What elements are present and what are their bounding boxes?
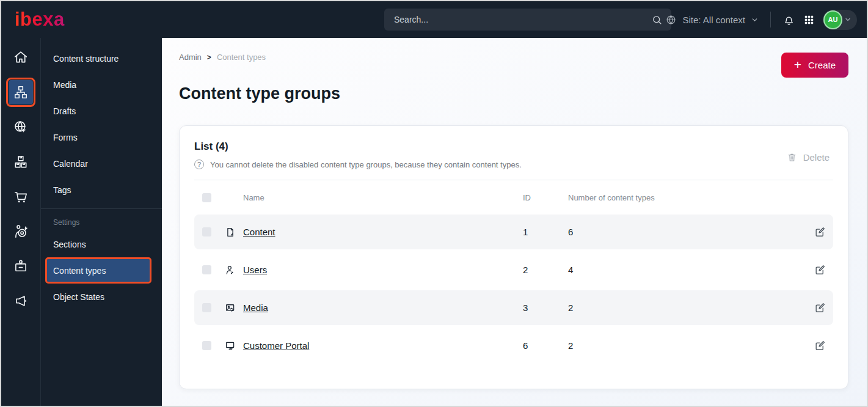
app-window: ibexa Site: All context (0, 0, 868, 407)
group-id: 3 (523, 302, 568, 313)
content-type-groups-panel: List (4) ? You cannot delete the disable… (179, 125, 848, 389)
rail-site-button[interactable] (9, 115, 33, 139)
create-button[interactable]: + Create (781, 53, 848, 78)
group-id: 2 (523, 265, 568, 275)
select-all-checkbox[interactable] (202, 193, 211, 202)
breadcrumb-admin[interactable]: Admin (179, 53, 202, 62)
sidebar-item-content-types[interactable]: Content types (47, 259, 150, 282)
content-file-icon (225, 227, 243, 238)
sidebar-item-tags[interactable]: Tags (41, 177, 162, 203)
sidebar-item-forms[interactable]: Forms (41, 124, 162, 150)
sidebar-divider (41, 208, 162, 209)
megaphone-icon (13, 293, 29, 309)
global-search (384, 9, 671, 31)
users-icon (225, 265, 243, 276)
table-row: Users 2 4 (194, 252, 833, 287)
group-link-customer-portal[interactable]: Customer Portal (243, 340, 309, 351)
edit-icon (814, 340, 826, 351)
group-count: 2 (568, 302, 806, 313)
group-link-media[interactable]: Media (243, 302, 268, 313)
sidebar-menu: Content structure Media Drafts Forms Cal… (41, 38, 162, 406)
product-catalog-icon (13, 154, 29, 170)
table-header-row: Name ID Number of content types (194, 180, 833, 215)
table-row: Customer Portal 6 2 (194, 328, 833, 363)
rail-campaign-button[interactable] (9, 289, 33, 314)
sidebar-settings-heading: Settings (41, 214, 162, 231)
group-link-users[interactable]: Users (243, 265, 267, 275)
table-row: Media 3 2 (194, 290, 833, 325)
sidebar-item-object-states[interactable]: Object States (41, 284, 162, 310)
edit-group-button[interactable] (811, 339, 830, 352)
main-content: Admin > Content types + Create Content t… (162, 38, 867, 406)
top-bar-actions: Site: All context AU (665, 1, 857, 38)
group-count: 2 (568, 340, 806, 351)
column-header-id: ID (523, 193, 568, 202)
trash-icon (787, 152, 797, 163)
group-count: 6 (568, 227, 806, 237)
group-id: 1 (523, 227, 568, 237)
icon-rail (1, 38, 41, 406)
id-badge-icon (13, 258, 29, 274)
column-header-name: Name (243, 193, 523, 202)
globe-icon (665, 14, 677, 26)
page-title: Content type groups (179, 84, 340, 103)
edit-group-button[interactable] (811, 301, 830, 314)
table-row: Content 1 6 (194, 215, 833, 249)
shopping-cart-icon (13, 189, 29, 205)
sidebar-item-sections[interactable]: Sections (41, 231, 162, 257)
rail-product-catalog-button[interactable] (9, 150, 33, 174)
chevron-down-icon (751, 16, 759, 24)
avatar: AU (825, 12, 841, 28)
user-menu[interactable]: AU (823, 10, 857, 30)
personalization-target-icon (13, 224, 29, 240)
delete-button[interactable]: Delete (783, 152, 833, 163)
sidebar-item-drafts[interactable]: Drafts (41, 98, 162, 124)
edit-icon (814, 226, 826, 238)
row-checkbox[interactable] (202, 227, 211, 237)
row-checkbox[interactable] (202, 303, 211, 312)
chevron-down-icon (844, 16, 852, 23)
app-grid-button[interactable] (803, 14, 815, 26)
delete-button-label: Delete (803, 152, 830, 163)
sidebar-item-media[interactable]: Media (41, 72, 162, 98)
create-button-label: Create (808, 60, 836, 70)
top-bar: ibexa Site: All context (1, 1, 867, 38)
site-context-selector[interactable]: Site: All context (665, 14, 759, 26)
search-icon[interactable] (651, 14, 663, 26)
search-input[interactable] (393, 14, 651, 25)
notifications-button[interactable] (782, 13, 795, 26)
help-icon: ? (194, 160, 204, 169)
edit-group-button[interactable] (811, 263, 830, 276)
sidebar-item-calendar[interactable]: Calendar (41, 150, 162, 177)
list-title: List (4) (194, 141, 833, 153)
customer-portal-icon (225, 340, 243, 351)
group-link-content[interactable]: Content (243, 227, 275, 237)
media-image-icon (225, 302, 243, 314)
breadcrumb-separator: > (207, 53, 211, 62)
rail-dashboard-button[interactable] (9, 45, 33, 70)
site-globe-icon (13, 119, 29, 135)
edit-group-button[interactable] (811, 226, 830, 238)
rail-personalization-button[interactable] (9, 219, 33, 244)
column-header-count: Number of content types (568, 193, 806, 202)
rail-commerce-button[interactable] (9, 185, 33, 209)
site-context-label: Site: All context (682, 15, 745, 25)
breadcrumb: Admin > Content types (179, 53, 266, 62)
list-hint-text: You cannot delete the disabled content t… (210, 160, 522, 169)
grid-icon (803, 14, 815, 26)
content-structure-icon (13, 84, 29, 100)
group-count: 4 (568, 265, 806, 275)
plus-icon: + (794, 58, 801, 71)
edit-icon (814, 302, 826, 314)
home-icon (13, 50, 29, 65)
rail-admin-button[interactable] (9, 254, 33, 279)
ibexa-logo[interactable]: ibexa (15, 9, 65, 31)
rail-content-button[interactable] (9, 80, 33, 105)
breadcrumb-current: Content types (217, 53, 266, 62)
row-checkbox[interactable] (202, 341, 211, 350)
row-checkbox[interactable] (202, 265, 211, 274)
topbar-divider (770, 12, 771, 28)
bell-icon (782, 13, 795, 26)
edit-icon (814, 264, 826, 276)
sidebar-item-content-structure[interactable]: Content structure (41, 45, 162, 72)
